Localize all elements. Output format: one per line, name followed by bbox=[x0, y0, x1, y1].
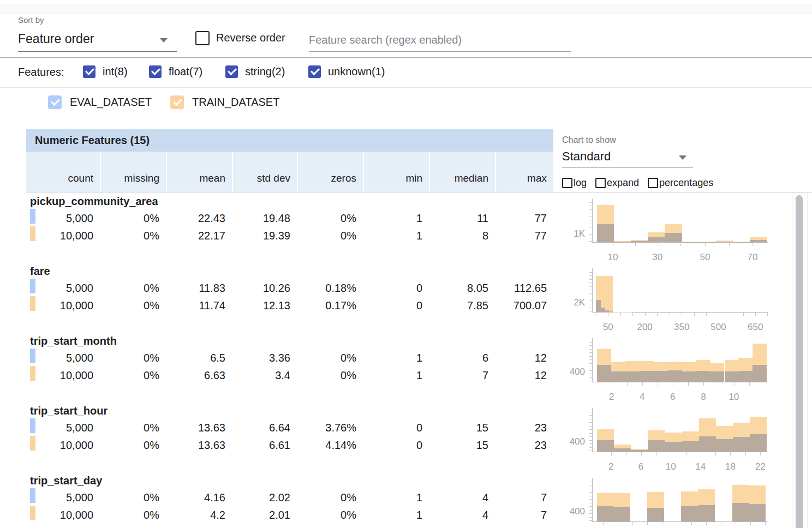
x-axis-tick bbox=[755, 312, 756, 316]
x-axis-tick bbox=[671, 452, 671, 455]
x-axis-tick bbox=[767, 312, 768, 316]
y-axis-tick bbox=[589, 308, 592, 308]
x-axis-tick bbox=[658, 382, 658, 386]
x-axis-tick bbox=[721, 521, 721, 525]
y-axis-tick bbox=[589, 279, 592, 280]
toggle-label-expand: expand bbox=[607, 177, 639, 189]
y-axis-tick bbox=[589, 422, 592, 423]
x-axis-tick bbox=[680, 242, 681, 246]
x-axis-label: 10 bbox=[654, 461, 687, 472]
x-axis-label: 8 bbox=[687, 392, 720, 403]
chart-toggle-group: logexpandpercentages bbox=[562, 177, 713, 189]
x-axis-tick bbox=[750, 521, 751, 525]
histogram-trip_start_hour: 2610141822 bbox=[592, 408, 768, 452]
toggle-checkbox-percentages[interactable] bbox=[648, 178, 658, 188]
y-axis-tick bbox=[589, 238, 592, 238]
overlap-bar bbox=[716, 242, 733, 242]
x-axis-tick bbox=[734, 382, 735, 386]
x-axis-tick bbox=[705, 242, 706, 246]
filter-checkbox-string2[interactable] bbox=[225, 65, 238, 78]
toggle-checkbox-log[interactable] bbox=[562, 178, 572, 188]
chart-type-dropdown[interactable]: Standard bbox=[562, 148, 693, 167]
y-axis-tick bbox=[589, 499, 592, 500]
toggle-checkbox-expand[interactable] bbox=[595, 178, 606, 188]
histogram-trip_start_month: 246810 bbox=[592, 338, 768, 382]
checkmark-icon bbox=[311, 66, 320, 75]
x-axis-tick bbox=[662, 521, 662, 525]
x-axis-tick bbox=[736, 521, 736, 525]
feature-search-input[interactable] bbox=[309, 28, 571, 52]
stat-value-max: 23 bbox=[496, 437, 553, 453]
x-axis-tick bbox=[745, 452, 746, 455]
stat-value-count: 10,000 bbox=[26, 298, 100, 313]
y-axis-tick bbox=[589, 426, 592, 427]
scrollbar-thumb[interactable] bbox=[796, 195, 803, 528]
overlap-bar bbox=[613, 507, 630, 521]
filter-checkbox-float7[interactable] bbox=[149, 65, 162, 78]
y-axis-tick bbox=[589, 419, 592, 419]
stat-value-zeros: 0% bbox=[298, 350, 363, 365]
column-header-missing: missing bbox=[101, 152, 166, 192]
x-axis-tick bbox=[682, 312, 682, 316]
checkmark-icon bbox=[228, 66, 237, 75]
filter-label: int(8) bbox=[103, 65, 128, 78]
y-axis-tick bbox=[589, 202, 592, 203]
y-axis-label: 400 bbox=[553, 506, 585, 517]
x-axis-label: 6 bbox=[625, 461, 658, 472]
filter-checkbox-int8[interactable] bbox=[83, 65, 95, 78]
x-axis-tick bbox=[694, 312, 695, 316]
y-axis-tick bbox=[589, 412, 592, 412]
overlap-bar bbox=[750, 434, 767, 452]
reverse-order-checkbox[interactable] bbox=[195, 31, 210, 45]
dataset-checkbox-train_dataset[interactable] bbox=[170, 95, 184, 109]
overlap-bar bbox=[609, 311, 613, 312]
feature-name: trip_start_month bbox=[30, 335, 117, 347]
stat-value-count: 5,000 bbox=[26, 420, 100, 435]
column-header-std-dev: std dev bbox=[233, 152, 297, 192]
y-axis-tick bbox=[589, 301, 592, 301]
legend-item-train_dataset: TRAIN_DATASET bbox=[170, 95, 279, 109]
x-axis-tick bbox=[641, 452, 642, 455]
stat-value-count: 5,000 bbox=[26, 490, 100, 505]
y-axis-tick bbox=[589, 381, 592, 381]
stat-value-count: 5,000 bbox=[26, 350, 100, 365]
y-axis-tick bbox=[589, 345, 592, 346]
chart-to-show-label: Chart to show bbox=[562, 135, 616, 145]
x-axis-label: 50 bbox=[592, 322, 624, 333]
column-header-zeros: zeros bbox=[298, 152, 363, 192]
stat-value-missing: 0% bbox=[101, 490, 166, 505]
overlap-bar bbox=[631, 450, 648, 452]
y-axis-tick bbox=[589, 374, 592, 374]
stat-value-min: 0 bbox=[364, 437, 429, 453]
stat-value-missing: 0% bbox=[101, 437, 166, 453]
x-axis-tick bbox=[611, 452, 612, 455]
x-axis-tick bbox=[603, 521, 604, 525]
stat-value-median: 7 bbox=[430, 368, 495, 383]
y-axis-tick bbox=[589, 241, 592, 242]
y-axis-tick bbox=[589, 440, 592, 441]
overlap-bar bbox=[732, 503, 749, 521]
x-axis-tick bbox=[749, 382, 750, 386]
stat-value-max: 7 bbox=[496, 507, 553, 523]
overlap-bar bbox=[682, 441, 699, 452]
eval-stat-row: 5,0000%11.8310.260.18%08.05112.65 bbox=[26, 280, 553, 296]
stat-value-median: 15 bbox=[430, 437, 495, 453]
x-axis-tick bbox=[743, 312, 744, 316]
overlap-bar bbox=[614, 448, 631, 452]
divider bbox=[0, 87, 812, 88]
x-axis-tick bbox=[642, 382, 643, 386]
stat-value-missing: 0% bbox=[101, 228, 166, 243]
x-axis-label: 200 bbox=[629, 322, 661, 333]
feature-name: trip_start_hour bbox=[30, 405, 108, 417]
feature-block-trip_start_month: trip_start_month5,0000%6.53.360%161210,0… bbox=[26, 332, 812, 401]
overlap-bar bbox=[601, 308, 605, 312]
x-axis-label: 350 bbox=[665, 322, 698, 333]
sort-by-dropdown[interactable]: Feature order bbox=[18, 31, 177, 52]
table-title-bar: Numeric Features (15) bbox=[26, 129, 553, 152]
y-axis-label: 1K bbox=[553, 229, 585, 239]
stat-value-mean: 11.74 bbox=[167, 298, 232, 313]
dataset-checkbox-eval_dataset[interactable] bbox=[48, 95, 62, 109]
stat-value-max: 23 bbox=[496, 420, 553, 435]
filter-checkbox-unknown1[interactable] bbox=[308, 65, 321, 78]
feature-block-fare: fare5,0000%11.8310.260.18%08.05112.6510,… bbox=[26, 262, 812, 332]
